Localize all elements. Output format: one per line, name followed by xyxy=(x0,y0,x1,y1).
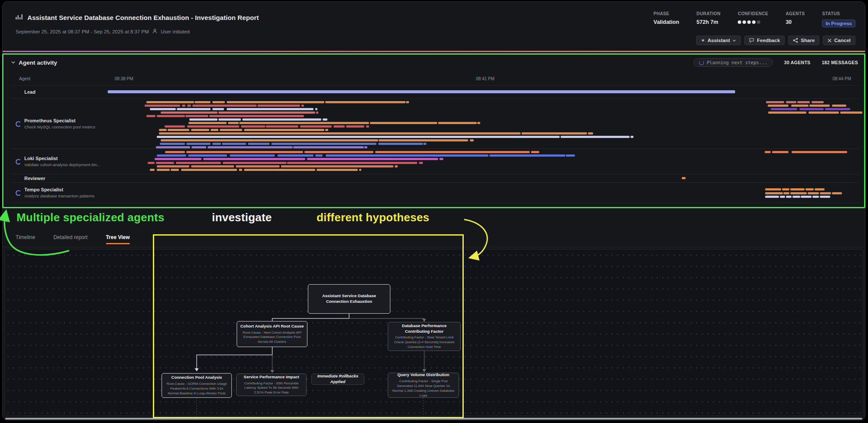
gantt-bar-segment[interactable] xyxy=(239,169,243,171)
gantt-bar-segment[interactable] xyxy=(315,154,323,157)
gantt-bar-segment[interactable] xyxy=(765,188,781,190)
gantt-bar-segment[interactable] xyxy=(477,122,480,124)
gantt-bar-segment[interactable] xyxy=(521,132,587,134)
gantt-bar-segment[interactable] xyxy=(797,101,810,103)
gantt-bar-segment[interactable] xyxy=(271,143,377,145)
gantt-bar-segment[interactable] xyxy=(323,118,327,121)
gantt-bar-segment[interactable] xyxy=(438,122,477,124)
gantt-bar-segment[interactable] xyxy=(182,105,186,107)
gantt-bar-segment[interactable] xyxy=(160,143,185,145)
gantt-bar-segment[interactable] xyxy=(242,118,321,121)
gantt-bar-segment[interactable] xyxy=(228,122,238,124)
gantt-bar-segment[interactable] xyxy=(108,90,735,93)
cancel-button[interactable]: Cancel xyxy=(823,36,855,45)
gantt-bar-segment[interactable] xyxy=(825,108,850,110)
gantt-bar-segment[interactable] xyxy=(171,169,179,171)
gantt-bar-segment[interactable] xyxy=(186,143,211,145)
gantt-bar-segment[interactable] xyxy=(230,154,275,157)
gantt-bar-segment[interactable] xyxy=(812,196,819,198)
tree-node-pool[interactable]: Connection Pool AnalysisRoot-Cause - GOR… xyxy=(162,373,232,398)
gantt-bar-segment[interactable] xyxy=(159,129,166,131)
gantt-bar-segment[interactable] xyxy=(317,169,357,171)
gantt-bar-segment[interactable] xyxy=(212,101,225,103)
gantt-bar-segment[interactable] xyxy=(771,108,797,110)
gantt-bar-segment[interactable] xyxy=(832,192,842,194)
gantt-bar-segment[interactable] xyxy=(203,158,306,160)
tree-node-dbperf[interactable]: Database Performance Contributing Factor… xyxy=(388,322,461,351)
gantt-bar-segment[interactable] xyxy=(145,105,180,107)
tab-detailed-report[interactable]: Detailed report xyxy=(53,234,88,244)
gantt-bar-segment[interactable] xyxy=(236,165,280,167)
gantt-bar-segment[interactable] xyxy=(257,105,300,107)
gantt-bar-segment[interactable] xyxy=(195,101,211,103)
gantt-bar-segment[interactable] xyxy=(801,196,811,198)
gantt-bar-segment[interactable] xyxy=(791,105,809,107)
gantt-bar-segment[interactable] xyxy=(176,162,221,164)
gantt-bar-segment[interactable] xyxy=(566,154,575,157)
gantt-bar-segment[interactable] xyxy=(780,196,785,198)
gantt-bar-segment[interactable] xyxy=(146,115,155,117)
gantt-bar-segment[interactable] xyxy=(304,151,373,153)
gantt-bar-segment[interactable] xyxy=(218,111,315,114)
gantt-bar-segment[interactable] xyxy=(316,111,318,114)
gantt-bar-segment[interactable] xyxy=(191,165,234,167)
gantt-bar-segment[interactable] xyxy=(157,136,560,138)
gantt-bar-segment[interactable] xyxy=(161,111,218,114)
gantt-bar-segment[interactable] xyxy=(561,136,630,138)
gantt-bar-segment[interactable] xyxy=(212,143,221,145)
gantt-bar-segment[interactable] xyxy=(177,108,211,110)
gantt-bar-segment[interactable] xyxy=(772,151,789,153)
gantt-bar-segment[interactable] xyxy=(157,154,186,157)
gantt-bar-segment[interactable] xyxy=(792,196,800,198)
gantt-bar-segment[interactable] xyxy=(185,115,208,117)
gantt-bar-segment[interactable] xyxy=(244,129,324,131)
gantt-bar-segment[interactable] xyxy=(790,192,807,194)
gantt-bar-segment[interactable] xyxy=(227,108,314,110)
gantt-bar-segment[interactable] xyxy=(223,162,287,164)
bottom-scrollbar[interactable] xyxy=(5,418,862,420)
gantt-bar-segment[interactable] xyxy=(148,162,155,164)
gantt-bar-segment[interactable] xyxy=(782,188,789,190)
gantt-bar-segment[interactable] xyxy=(244,169,315,171)
gantt-bar-segment[interactable] xyxy=(333,125,345,128)
gantt-bar-segment[interactable] xyxy=(489,154,565,157)
gantt-bar-segment[interactable] xyxy=(359,169,361,171)
gantt-bar-segment[interactable] xyxy=(346,125,364,128)
gantt-bar-segment[interactable] xyxy=(165,125,185,128)
gantt-bar-segment[interactable] xyxy=(325,129,328,131)
gantt-bar-segment[interactable] xyxy=(423,143,426,145)
gantt-bar-segment[interactable] xyxy=(212,108,224,110)
gantt-bar-segment[interactable] xyxy=(370,122,437,124)
gantt-bar-segment[interactable] xyxy=(287,162,417,164)
gantt-bar-segment[interactable] xyxy=(188,154,228,157)
gantt-bar-segment[interactable] xyxy=(266,125,298,128)
gantt-bar-segment[interactable] xyxy=(531,151,539,153)
gantt-bar-segment[interactable] xyxy=(379,139,468,141)
gantt-bar-segment[interactable] xyxy=(820,196,830,198)
tab-timeline[interactable]: Timeline xyxy=(16,234,35,244)
gantt-bar-segment[interactable] xyxy=(220,129,242,131)
gantt-bar-segment[interactable] xyxy=(191,129,209,131)
gantt-bar-segment[interactable] xyxy=(790,188,805,190)
gantt-bar-segment[interactable] xyxy=(300,125,332,128)
gantt-bar-segment[interactable] xyxy=(188,122,226,124)
gantt-bar-segment[interactable] xyxy=(161,139,378,141)
gantt-bar-segment[interactable] xyxy=(783,192,789,194)
gantt-bar-segment[interactable] xyxy=(786,196,792,198)
gantt-bar-segment[interactable] xyxy=(146,101,194,103)
gantt-bar-segment[interactable] xyxy=(157,115,185,117)
gantt-bar-segment[interactable] xyxy=(248,143,270,145)
gantt-bar-segment[interactable] xyxy=(209,115,304,117)
tab-tree-view[interactable]: Tree View xyxy=(106,234,130,244)
gantt-bar-segment[interactable] xyxy=(315,108,317,110)
gantt-bar-segment[interactable] xyxy=(157,165,189,167)
tree-node-svcperf[interactable]: Service Performance ImpactContributing-F… xyxy=(236,374,307,396)
gantt-bar-segment[interactable] xyxy=(378,143,423,145)
gantt-bar-segment[interactable] xyxy=(187,125,239,128)
gantt-bar-segment[interactable] xyxy=(840,111,862,114)
gantt-bar-segment[interactable] xyxy=(211,129,218,131)
gantt-bar-segment[interactable] xyxy=(395,165,398,167)
gantt-bar-segment[interactable] xyxy=(227,101,324,103)
gantt-bar-segment[interactable] xyxy=(792,151,847,153)
gantt-bar-segment[interactable] xyxy=(812,101,824,103)
